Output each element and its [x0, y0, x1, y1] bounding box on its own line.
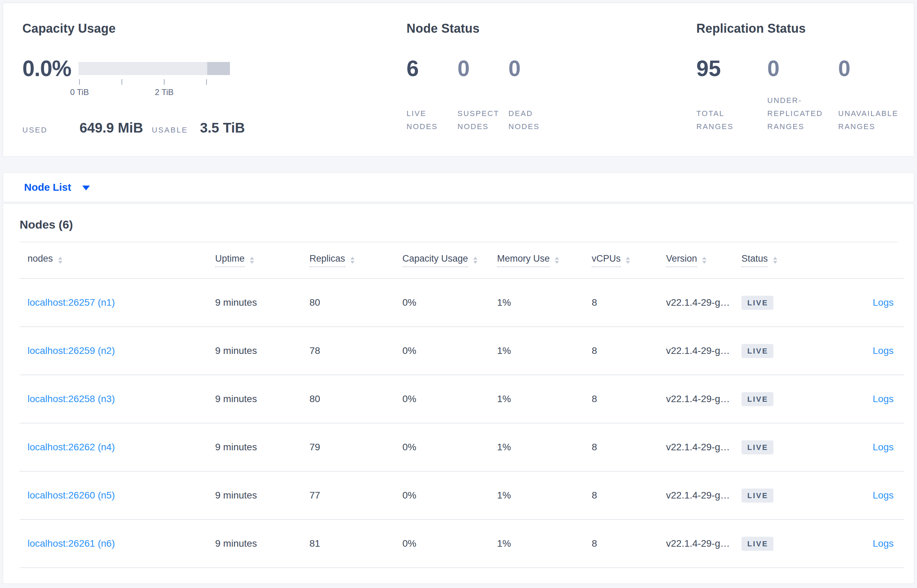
version-cell: v22.1.4-29-g… — [658, 471, 733, 520]
used-value: 649.9 MiB — [79, 120, 152, 136]
version-cell: v22.1.4-29-g… — [658, 327, 733, 375]
memory-cell: 1% — [489, 471, 584, 520]
nodes-table: nodes Uptime Replicas Capacity Usage Mem… — [19, 242, 904, 568]
capacity-usage-detail: USED 649.9 MiB USABLE 3.5 TiB — [23, 120, 407, 136]
table-header-row: nodes Uptime Replicas Capacity Usage Mem… — [19, 242, 904, 278]
capacity-cell: 0% — [394, 520, 489, 568]
memory-cell: 1% — [489, 327, 584, 375]
dead-nodes-value: 0 — [509, 58, 559, 79]
replicas-cell: 81 — [302, 520, 394, 568]
capacity-percent-value: 0.0% — [23, 58, 79, 79]
total-ranges-value: 95 — [696, 58, 767, 79]
axis-tick — [206, 79, 207, 85]
sort-icon — [250, 257, 254, 264]
column-header-version[interactable]: Version — [658, 242, 733, 278]
usable-label: USABLE — [152, 126, 200, 135]
sort-icon — [350, 257, 355, 264]
version-cell: v22.1.4-29-g… — [658, 278, 733, 327]
usable-value: 3.5 TiB — [200, 120, 245, 136]
capacity-gauge: 0.0% 0 TiB 2 TiB — [23, 58, 407, 79]
capacity-usage-section: Capacity Usage 0.0% 0 TiB 2 TiB USED 649… — [23, 21, 407, 156]
node-address-link[interactable]: localhost:26260 (n5) — [27, 490, 115, 501]
capacity-cell: 0% — [394, 327, 489, 375]
node-status-metrics: 6 LIVE NODES 0 SUSPECT NODES 0 DEAD NODE… — [407, 58, 696, 133]
table-row: localhost:26259 (n2) 9 minutes 78 0% 1% … — [19, 327, 904, 375]
sort-icon — [58, 257, 62, 264]
table-row: localhost:26261 (n6) 9 minutes 81 0% 1% … — [19, 520, 904, 568]
replicas-cell: 78 — [302, 327, 394, 375]
dead-nodes-label: DEAD NODES — [509, 107, 559, 133]
logs-link[interactable]: Logs — [873, 394, 894, 404]
suspect-nodes-label: SUSPECT NODES — [457, 107, 509, 133]
replicas-cell: 80 — [302, 278, 394, 327]
memory-cell: 1% — [489, 375, 584, 423]
table-row: localhost:26262 (n4) 9 minutes 79 0% 1% … — [19, 423, 904, 471]
column-header-replicas[interactable]: Replicas — [302, 242, 394, 278]
uptime-cell: 9 minutes — [207, 327, 302, 375]
total-ranges-metric: 95 TOTAL RANGES — [696, 58, 767, 133]
logs-link[interactable]: Logs — [873, 297, 894, 308]
capacity-cell: 0% — [394, 278, 489, 327]
unavailable-ranges-value: 0 — [838, 58, 909, 79]
vcpus-cell: 8 — [584, 327, 658, 375]
status-badge: LIVE — [741, 392, 773, 406]
axis-tick — [121, 79, 122, 85]
column-header-vcpus[interactable]: vCPUs — [584, 242, 658, 278]
used-label: USED — [23, 126, 79, 135]
total-ranges-label: TOTAL RANGES — [696, 107, 767, 133]
uptime-cell: 9 minutes — [207, 375, 302, 423]
status-badge: LIVE — [741, 344, 773, 358]
capacity-cell: 0% — [394, 375, 489, 423]
status-badge: LIVE — [741, 440, 773, 454]
axis-tick-label: 0 TiB — [70, 87, 89, 97]
nodes-card: Nodes (6) nodes Uptime Replicas — [3, 204, 914, 584]
column-header-nodes[interactable]: nodes — [19, 242, 207, 278]
capacity-usage-title: Capacity Usage — [23, 21, 407, 36]
uptime-cell: 9 minutes — [207, 471, 302, 520]
node-status-title: Node Status — [407, 21, 696, 36]
capacity-cell: 0% — [394, 471, 489, 520]
node-address-link[interactable]: localhost:26259 (n2) — [27, 345, 115, 356]
vcpus-cell: 8 — [584, 423, 658, 471]
logs-link[interactable]: Logs — [873, 442, 894, 452]
column-header-capacity-usage[interactable]: Capacity Usage — [394, 242, 489, 278]
node-address-link[interactable]: localhost:26261 (n6) — [27, 538, 115, 549]
replication-metrics: 95 TOTAL RANGES 0 UNDER-REPLICATED RANGE… — [696, 58, 914, 133]
axis-tick-label: 2 TiB — [155, 87, 174, 97]
column-header-status[interactable]: Status — [733, 242, 807, 278]
memory-cell: 1% — [489, 520, 584, 568]
status-badge: LIVE — [741, 537, 773, 551]
column-header-memory-use[interactable]: Memory Use — [489, 242, 584, 278]
dead-nodes-metric: 0 DEAD NODES — [509, 58, 559, 133]
vcpus-cell: 8 — [584, 375, 658, 423]
logs-link[interactable]: Logs — [873, 490, 894, 501]
table-row: localhost:26258 (n3) 9 minutes 80 0% 1% … — [19, 375, 904, 423]
replication-status-section: Replication Status 95 TOTAL RANGES 0 UND… — [696, 21, 914, 156]
replication-status-title: Replication Status — [696, 21, 914, 36]
node-list-dropdown[interactable]: Node List — [24, 181, 90, 193]
sort-icon — [626, 257, 630, 264]
logs-link[interactable]: Logs — [873, 538, 894, 549]
capacity-cell: 0% — [394, 423, 489, 471]
sort-icon — [773, 257, 777, 264]
node-address-link[interactable]: localhost:26258 (n3) — [27, 394, 115, 404]
version-cell: v22.1.4-29-g… — [658, 375, 733, 423]
logs-link[interactable]: Logs — [873, 345, 894, 356]
version-cell: v22.1.4-29-g… — [658, 423, 733, 471]
memory-cell: 1% — [489, 278, 584, 327]
axis-tick — [79, 79, 80, 85]
node-address-link[interactable]: localhost:26257 (n1) — [27, 297, 115, 308]
column-header-uptime[interactable]: Uptime — [207, 242, 302, 278]
under-replicated-ranges-label: UNDER-REPLICATED RANGES — [767, 94, 838, 133]
version-cell: v22.1.4-29-g… — [658, 520, 733, 568]
node-list-dropdown-label: Node List — [24, 181, 71, 193]
sort-icon — [555, 257, 559, 264]
live-nodes-value: 6 — [407, 58, 457, 79]
status-badge: LIVE — [741, 488, 773, 502]
axis-tick — [164, 79, 165, 85]
node-address-link[interactable]: localhost:26262 (n4) — [27, 442, 115, 452]
replicas-cell: 77 — [302, 471, 394, 520]
capacity-bar-reserved-segment — [207, 62, 230, 75]
nodes-card-title: Nodes (6) — [19, 217, 898, 232]
live-nodes-label: LIVE NODES — [407, 107, 457, 133]
